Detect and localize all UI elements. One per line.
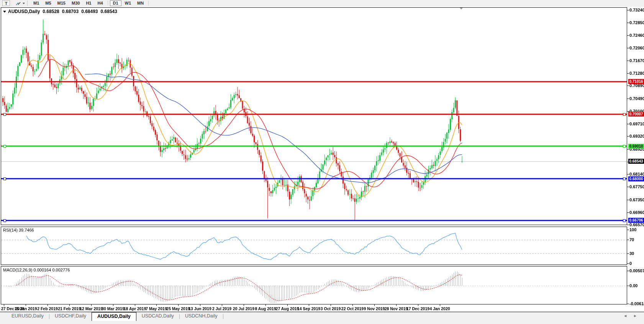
tab-divider <box>223 314 223 319</box>
timeframe-m15[interactable]: M15 <box>55 0 68 6</box>
tab-scroll-left-icon[interactable]: ◄ <box>620 312 630 319</box>
timeframe-m5[interactable]: M5 <box>43 0 54 6</box>
chart-canvas[interactable] <box>0 7 644 312</box>
timeframe-h4[interactable]: H4 <box>95 0 105 6</box>
timeframe-d1[interactable]: D1 <box>110 0 121 6</box>
timeframe-w1[interactable]: W1 <box>122 0 134 6</box>
arrows-tool-icon <box>15 1 21 6</box>
tab-audusd-daily[interactable]: AUDUSD,Daily <box>92 312 136 321</box>
toolbar-group-divider <box>108 1 108 6</box>
toolbar-separator <box>27 1 28 6</box>
tab-usdchf-daily[interactable]: USDCHF,Daily <box>49 312 92 320</box>
draw-tool-button[interactable] <box>15 1 25 6</box>
timeframe-h1[interactable]: H1 <box>83 0 94 6</box>
tab-scroll-right-icon[interactable]: ► <box>630 312 640 319</box>
tab-usdcnh-daily[interactable]: USDCNH,Daily <box>180 312 223 320</box>
timeframe-mn[interactable]: MN <box>134 0 146 6</box>
chart-tab-bar: EURUSD,Daily USDCHF,Daily AUDUSD,Daily U… <box>0 312 644 324</box>
top-toolbar: T M1 M5 M15 M30 H1 H4 D1 W1 MN <box>0 0 644 7</box>
tab-eurusd-daily[interactable]: EURUSD,Daily <box>6 312 49 320</box>
text-tool-button[interactable]: T <box>2 0 10 6</box>
mt4-window: T M1 M5 M15 M30 H1 H4 D1 W1 MN <box>0 0 644 324</box>
timeframe-m30[interactable]: M30 <box>69 0 82 6</box>
timeframe-m1[interactable]: M1 <box>31 0 42 6</box>
tab-usdcad-daily[interactable]: USDCAD,Daily <box>136 312 179 320</box>
toolbar-group-divider <box>148 1 149 6</box>
chevron-down-icon <box>23 3 25 4</box>
